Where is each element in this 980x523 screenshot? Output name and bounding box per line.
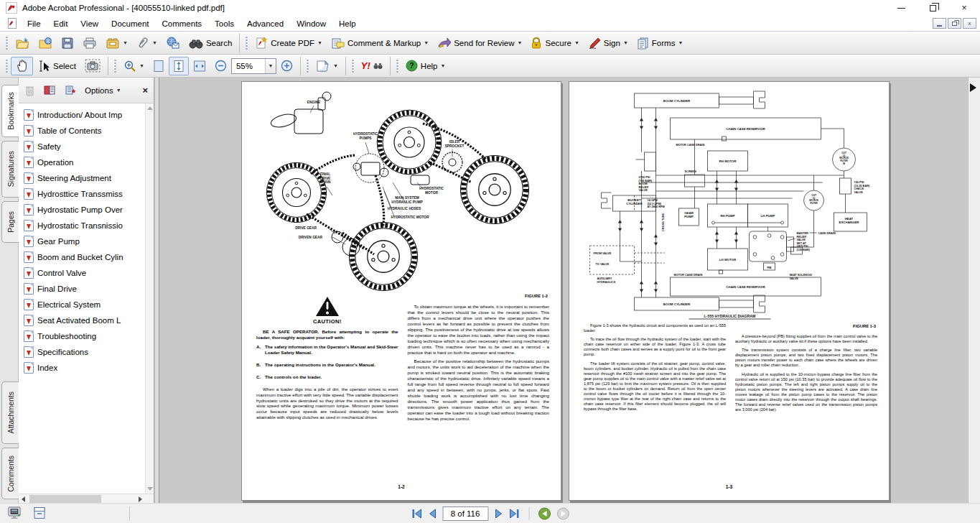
scroll-left-icon[interactable] bbox=[22, 496, 25, 502]
attach-button[interactable]: ▼ bbox=[132, 34, 162, 52]
mdi-minimize-button[interactable] bbox=[933, 18, 946, 29]
zoom-tool-button[interactable]: ▼ bbox=[119, 57, 149, 75]
new-bookmark-icon[interactable] bbox=[65, 85, 76, 96]
send-for-review-button[interactable]: Send for Review ▼ bbox=[433, 34, 526, 52]
tab-attachments[interactable]: Attachments bbox=[1, 381, 19, 444]
bookmark-item[interactable]: Final Drive bbox=[24, 281, 145, 297]
bookmark-item[interactable]: Index bbox=[24, 360, 145, 376]
menu-comments[interactable]: Comments bbox=[156, 17, 209, 30]
bookmark-item[interactable]: Boom and Bucket Cylin bbox=[24, 249, 145, 265]
last-page-button[interactable] bbox=[508, 509, 520, 519]
previous-page-button[interactable] bbox=[428, 509, 437, 519]
next-view-button[interactable] bbox=[556, 507, 569, 520]
bookmark-item[interactable]: Steering Adjustment bbox=[24, 170, 145, 186]
chevron-down-icon: ▼ bbox=[152, 40, 157, 45]
zoom-out-button[interactable] bbox=[210, 57, 231, 75]
bookmark-item[interactable]: Safety bbox=[24, 139, 145, 154]
tab-comments[interactable]: Comments bbox=[1, 448, 19, 499]
hand-tool-button[interactable] bbox=[11, 57, 33, 75]
next-page-button[interactable] bbox=[494, 509, 503, 519]
panel-resize-divider[interactable] bbox=[154, 78, 159, 503]
fullscreen-monitor-icon[interactable] bbox=[7, 506, 23, 520]
menu-window[interactable]: Window bbox=[290, 17, 332, 30]
open-web-button[interactable] bbox=[34, 34, 57, 52]
bookmark-item[interactable]: Table of Contents bbox=[24, 123, 145, 139]
select-tool-button[interactable]: Select bbox=[33, 57, 80, 75]
bookmark-item[interactable]: Control Valve bbox=[24, 265, 145, 281]
bookmark-item[interactable]: Hydrostatic Transnissio bbox=[24, 218, 145, 233]
yahoo-search-button[interactable]: Y! bbox=[357, 57, 387, 75]
bookmark-item[interactable]: Operation bbox=[24, 154, 145, 170]
bookmark-item[interactable]: Specifications bbox=[24, 344, 145, 360]
close-panel-button[interactable]: × bbox=[142, 85, 148, 96]
toolbar-grip[interactable] bbox=[113, 58, 117, 74]
hand-tool-icon bbox=[15, 59, 29, 73]
sign-button[interactable]: Sign ▼ bbox=[584, 34, 633, 52]
bookmark-item[interactable]: Seat Activated Boom L bbox=[24, 313, 145, 328]
help-button[interactable]: ? Help ▼ bbox=[401, 57, 450, 75]
forms-button[interactable]: Forms ▼ bbox=[633, 34, 688, 52]
mdi-close-button[interactable]: × bbox=[963, 18, 976, 29]
scroll-down-icon[interactable] bbox=[147, 487, 153, 491]
close-button[interactable]: × bbox=[948, 0, 980, 16]
zoom-level-combo[interactable]: 55% ▼ bbox=[231, 58, 276, 74]
menu-help[interactable]: Help bbox=[332, 17, 363, 30]
bookmark-item[interactable]: Hydrostatic Pump Over bbox=[24, 202, 145, 218]
zoom-combo-dropdown[interactable]: ▼ bbox=[265, 59, 276, 73]
bookmarks-horizontal-scrollbar[interactable] bbox=[19, 494, 154, 503]
document-right-scrollbar[interactable] bbox=[968, 78, 980, 503]
page-display-button[interactable]: ▼ bbox=[312, 57, 342, 75]
menu-file[interactable]: File bbox=[21, 17, 47, 30]
toolbar-grip[interactable] bbox=[306, 58, 309, 74]
create-pdf-button[interactable]: Create PDF ▼ bbox=[251, 34, 327, 52]
bookmark-item[interactable]: Hydrosttice Transsmiss bbox=[24, 186, 145, 202]
toolbar-grip[interactable] bbox=[5, 35, 9, 51]
scrollbar-thumb[interactable] bbox=[29, 495, 101, 503]
fit-page-button[interactable] bbox=[169, 57, 189, 75]
bookmark-item[interactable]: Gear Pump bbox=[24, 233, 145, 249]
search-button[interactable]: Search bbox=[185, 34, 236, 52]
menu-advanced[interactable]: Advanced bbox=[241, 17, 290, 30]
first-page-button[interactable] bbox=[411, 509, 422, 519]
scroll-up-icon[interactable] bbox=[147, 106, 153, 110]
minimize-button[interactable] bbox=[885, 0, 917, 16]
organizer-button[interactable]: ▼ bbox=[101, 34, 132, 52]
toolbar-grip[interactable] bbox=[5, 58, 9, 74]
zoom-level-value[interactable]: 55% bbox=[232, 62, 265, 70]
menu-view[interactable]: View bbox=[74, 17, 105, 30]
toolbar-grip[interactable] bbox=[245, 35, 248, 51]
comment-markup-button[interactable]: Comment & Markup ▼ bbox=[327, 34, 433, 52]
email-button[interactable] bbox=[162, 34, 185, 52]
delete-bookmark-icon[interactable] bbox=[24, 85, 35, 96]
bookmark-item[interactable]: Electrical System bbox=[24, 297, 145, 313]
bookmark-item[interactable]: Introduction/ About Imp bbox=[24, 107, 145, 123]
page-layout-icon[interactable] bbox=[33, 506, 46, 520]
tab-pages[interactable]: Pages bbox=[1, 201, 19, 243]
expand-pane-arrow-icon[interactable] bbox=[970, 83, 976, 92]
actual-size-button[interactable] bbox=[149, 57, 169, 75]
bookmarks-vertical-scrollbar[interactable] bbox=[145, 103, 154, 494]
scroll-right-icon[interactable] bbox=[139, 496, 142, 502]
menu-document[interactable]: Document bbox=[105, 17, 155, 30]
toolbar-grip[interactable] bbox=[351, 58, 355, 74]
zoom-in-button[interactable] bbox=[276, 57, 297, 75]
page-number-field[interactable]: 8 of 116 bbox=[442, 506, 488, 521]
options-menu-button[interactable]: Options ▼ bbox=[85, 86, 121, 95]
snapshot-button[interactable] bbox=[80, 57, 105, 75]
print-button[interactable] bbox=[78, 34, 101, 52]
previous-view-button[interactable] bbox=[538, 507, 551, 520]
restore-button[interactable] bbox=[917, 0, 948, 16]
mdi-restore-button[interactable] bbox=[948, 18, 961, 29]
save-button[interactable] bbox=[57, 34, 78, 52]
fit-width-button[interactable] bbox=[189, 57, 210, 75]
secure-button[interactable]: Secure ▼ bbox=[526, 34, 583, 52]
tab-bookmarks[interactable]: Bookmarks bbox=[1, 85, 19, 137]
toolbar-grip[interactable] bbox=[396, 58, 399, 74]
open-button[interactable] bbox=[11, 34, 34, 52]
menu-edit[interactable]: Edit bbox=[47, 17, 75, 30]
bookmark-label: Specifications bbox=[37, 348, 88, 356]
bookmark-item[interactable]: Troubleshooting bbox=[24, 328, 145, 344]
menu-tools[interactable]: Tools bbox=[208, 17, 241, 30]
expand-current-bookmark-icon[interactable] bbox=[44, 85, 56, 96]
tab-signatures[interactable]: Signatures bbox=[1, 141, 19, 198]
